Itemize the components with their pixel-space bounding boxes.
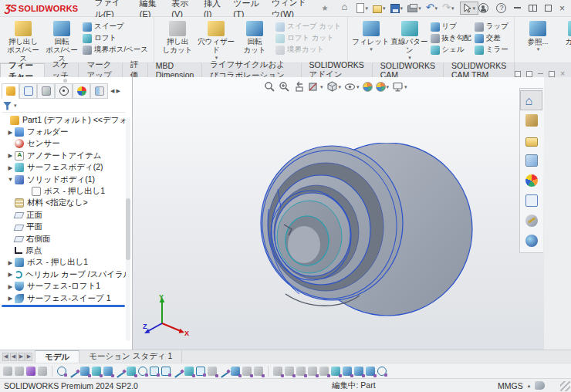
tree-item-annotations[interactable]: ▶ アノテートアイテム xyxy=(0,150,127,161)
tool-magnify-icon[interactable] xyxy=(296,367,306,376)
tool-marker-icon[interactable] xyxy=(377,367,387,376)
doc-minimize-icon[interactable] xyxy=(538,73,543,74)
panel-tab-next-icon[interactable]: ▶ xyxy=(116,88,120,94)
sketch-cube-icon[interactable] xyxy=(103,367,113,376)
file-explorer-button[interactable] xyxy=(520,130,542,150)
dropdown-caret-icon[interactable]: ▾ xyxy=(383,5,386,12)
tab-solidworks-cam-tbm[interactable]: SOLIDWORKS CAM TBM xyxy=(444,63,515,77)
tree-item-top-plane[interactable]: 平面 xyxy=(0,221,127,233)
expand-arrow-icon[interactable]: ▶ xyxy=(6,295,15,302)
tool-shade-icon[interactable] xyxy=(331,367,340,376)
filter-edges-icon[interactable] xyxy=(26,367,35,376)
design-library-button[interactable] xyxy=(520,110,542,130)
expand-arrow-icon[interactable]: ▶ xyxy=(6,129,15,136)
restore-icon[interactable] xyxy=(529,5,537,12)
tree-item-right-plane[interactable]: 右側面 xyxy=(0,233,127,245)
sketch-plane-icon[interactable] xyxy=(127,367,136,376)
sketch-polyline-icon[interactable] xyxy=(172,367,183,377)
resize-grip[interactable] xyxy=(560,381,570,391)
tab-solidworks-addins[interactable]: SOLIDWORKS アドイン xyxy=(302,63,373,77)
extruded-boss-base-button[interactable]: 押し出し ボス/ベース xyxy=(4,19,42,63)
view-palette-button[interactable] xyxy=(520,150,542,171)
dropdown-caret-icon[interactable]: ▾ xyxy=(320,84,323,90)
tab-display-manager[interactable] xyxy=(73,83,90,99)
dropdown-caret-icon[interactable]: ▾ xyxy=(404,84,407,90)
doc-close-icon[interactable]: × xyxy=(560,71,565,77)
tool-screen-icon[interactable] xyxy=(366,367,375,376)
panel-collapse-handle[interactable] xyxy=(63,79,67,83)
expand-arrow-icon[interactable]: ▶ xyxy=(6,283,15,290)
account-icon[interactable] xyxy=(478,3,488,13)
expand-arrow-icon[interactable]: ▶ xyxy=(6,259,15,266)
revolved-boss-base-button[interactable]: 回転 ボス/ベース xyxy=(42,19,81,63)
tab-feature-tree[interactable] xyxy=(2,83,19,99)
tab-markup[interactable]: マークアップ xyxy=(79,63,123,77)
sketch-arc-icon[interactable] xyxy=(150,367,159,376)
appearances-scenes-button[interactable] xyxy=(520,171,542,191)
sketch-point-icon[interactable] xyxy=(57,367,66,376)
tab-motion-study[interactable]: モーション スタディ 1 xyxy=(79,350,182,363)
new-document-button[interactable]: ▾ xyxy=(354,2,370,14)
tab-dimxpert-manager[interactable] xyxy=(55,83,73,99)
open-button[interactable]: ▾ xyxy=(371,3,387,14)
filter-faces-icon[interactable] xyxy=(38,367,47,376)
display-style-button[interactable]: ▾ xyxy=(326,81,342,93)
tree-item-boss-extrude-body[interactable]: ボス - 押し出し1 xyxy=(0,185,127,197)
sketch-point-small-icon[interactable] xyxy=(138,367,147,376)
tree-item-folder[interactable]: ▶ フォルダー xyxy=(0,126,127,137)
first-tab-icon[interactable]: ◀ xyxy=(2,353,9,361)
revolved-cut-button[interactable]: 回転 カット xyxy=(235,19,274,63)
select-tool-button[interactable]: ▾ xyxy=(460,2,478,15)
previous-view-button[interactable] xyxy=(293,81,305,93)
menu-tools[interactable]: ツール(T) xyxy=(228,0,266,19)
filter-vertices-icon[interactable] xyxy=(15,367,24,376)
home-button[interactable] xyxy=(340,2,353,14)
tree-item-sensors[interactable]: センサー xyxy=(0,138,127,150)
tree-item-origin[interactable]: 原点 xyxy=(0,245,127,256)
tool-section-icon[interactable] xyxy=(308,367,317,376)
tab-evaluate[interactable]: 評価 xyxy=(123,63,148,77)
doc-next-icon[interactable] xyxy=(526,71,532,77)
prev-tab-icon[interactable]: ◀ xyxy=(10,353,17,361)
wrap-button[interactable]: ラップ xyxy=(475,22,508,32)
tab-property-manager[interactable] xyxy=(19,83,37,99)
menu-view[interactable]: 表示(V) xyxy=(166,0,198,19)
units-caret-icon[interactable]: ▴ xyxy=(528,383,531,389)
tab-solidworks-cam[interactable]: SOLIDWORKS CAM xyxy=(373,63,444,77)
dropdown-caret-icon[interactable]: ▾ xyxy=(387,84,390,90)
lofted-boss-button[interactable]: ロフト xyxy=(83,33,148,43)
tool-pin-right-icon[interactable] xyxy=(354,367,363,376)
doc-prev-icon[interactable] xyxy=(515,71,521,77)
intersect-button[interactable]: 交差 xyxy=(475,33,508,43)
section-view-button[interactable]: ▾ xyxy=(308,81,323,93)
sketch-zoom-icon[interactable] xyxy=(242,367,252,376)
sketch-dimension-icon[interactable] xyxy=(231,367,240,376)
task-pane-home-button[interactable] xyxy=(520,90,542,110)
sketch-rectangle-icon[interactable] xyxy=(80,367,90,376)
last-tab-icon[interactable]: ▶ xyxy=(25,353,32,361)
edit-appearance-button[interactable] xyxy=(363,82,373,92)
next-tab-icon[interactable]: ▶ xyxy=(18,353,25,361)
hide-show-items-button[interactable]: ▾ xyxy=(344,81,360,93)
sketch-boss-icon[interactable] xyxy=(92,367,101,376)
tool-pin-left-icon[interactable] xyxy=(343,367,352,376)
view-settings-button[interactable]: ▾ xyxy=(392,81,407,93)
sketch-eraser-icon[interactable] xyxy=(208,367,217,376)
sketch-polygon-icon[interactable] xyxy=(184,367,194,376)
tab-cam-manager[interactable] xyxy=(90,83,108,99)
dropdown-caret-icon[interactable]: ▾ xyxy=(391,55,429,61)
minimize-icon[interactable] xyxy=(514,7,521,8)
sketch-check-icon[interactable] xyxy=(218,367,229,377)
rollback-bar[interactable] xyxy=(2,305,125,307)
tree-item-part[interactable]: Part1 (デフォルト) <<デフォルト>_表示状態 xyxy=(0,114,127,126)
custom-properties-button[interactable] xyxy=(520,191,542,211)
tab-sketch[interactable]: スケッチ xyxy=(45,63,79,77)
tool-image-icon[interactable] xyxy=(319,367,329,376)
dropdown-caret-icon[interactable]: ▾ xyxy=(353,46,390,52)
close-icon[interactable]: × xyxy=(559,5,565,12)
tree-item-surface-loft[interactable]: ▶ サーフェス-ロフト1 xyxy=(0,280,127,292)
content-central-button[interactable] xyxy=(520,231,542,251)
tab-configuration-manager[interactable] xyxy=(37,83,55,99)
solidworks-resources-button[interactable] xyxy=(520,211,542,231)
tab-model[interactable]: モデル xyxy=(35,350,79,363)
